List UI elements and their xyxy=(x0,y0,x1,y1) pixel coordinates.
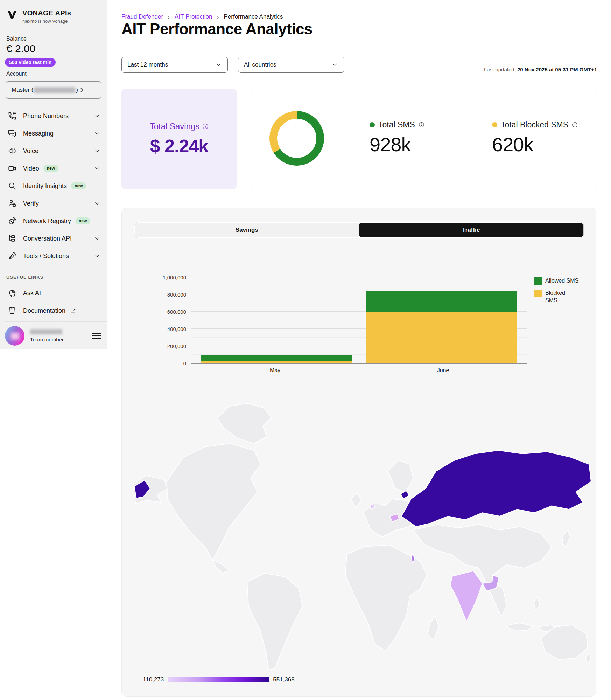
map-country-latvia[interactable] xyxy=(401,491,409,499)
world-map xyxy=(125,399,592,670)
traffic-chart-legend: Allowed SMSBlockedSMS xyxy=(527,277,587,309)
total-sms-label: Total SMS xyxy=(378,120,415,130)
user-profile-row[interactable]: Team member xyxy=(5,325,101,347)
info-icon[interactable] xyxy=(419,122,424,128)
sidebar-item-tools-solutions[interactable]: Tools / Solutions xyxy=(0,247,107,265)
sidebar: VONAGE APIs Nexmo is now Vonage Balance … xyxy=(0,0,107,349)
chevron-down-icon xyxy=(94,235,101,242)
sidebar-item-phone-numbers[interactable]: Phone Numbers xyxy=(0,107,107,125)
filters: Last 12 months All countries xyxy=(121,57,344,73)
identity-insights-icon xyxy=(8,181,17,190)
chevron-down-icon xyxy=(94,165,101,172)
bar-segment-blocked-sms[interactable] xyxy=(366,312,517,363)
y-axis-tick: 600,000 xyxy=(167,309,186,315)
bar-segment-blocked-sms[interactable] xyxy=(201,361,352,363)
tools-solutions-icon xyxy=(8,251,17,261)
date-range-value: Last 12 months xyxy=(127,61,168,68)
vonage-logo[interactable]: VONAGE APIs Nexmo is now Vonage xyxy=(6,9,71,24)
y-axis-tick: 400,000 xyxy=(167,326,186,332)
analytics-card: Savings Traffic 1,000,000800,000600,0004… xyxy=(121,208,596,697)
map-country-madagascar xyxy=(428,616,439,641)
tab-traffic[interactable]: Traffic xyxy=(359,223,583,237)
country-select[interactable]: All countries xyxy=(238,57,344,73)
account-id-redacted xyxy=(34,87,75,93)
legend-item: BlockedSMS xyxy=(534,290,587,304)
map-country-greenland xyxy=(217,403,271,444)
sidebar-nav: Phone Numbers Messaging Voice Video new xyxy=(0,107,107,265)
sidebar-item-voice[interactable]: Voice xyxy=(0,142,107,160)
chevron-down-icon xyxy=(331,61,338,68)
sidebar-item-label: Documentation xyxy=(23,307,65,314)
map-country-india[interactable] xyxy=(451,571,483,621)
country-value: All countries xyxy=(244,61,276,68)
sidebar-item-label: Identity Insights xyxy=(23,182,67,190)
account-selector[interactable]: Master () xyxy=(6,81,101,99)
verify-icon xyxy=(8,199,17,208)
sms-donut-chart xyxy=(269,111,324,166)
chevron-down-icon xyxy=(94,147,101,154)
bar-june[interactable] xyxy=(366,277,517,363)
breadcrumb-separator: › xyxy=(217,14,219,20)
last-updated: Last updated: 20 Nov 2025 at 05:31 PM GM… xyxy=(484,67,597,72)
menu-icon[interactable] xyxy=(92,331,101,341)
total-blocked-sms-label: Total Blocked SMS xyxy=(501,120,568,130)
sidebar-item-verify[interactable]: Verify xyxy=(0,195,107,212)
useful-links-heading: USEFUL LINKS xyxy=(6,275,43,280)
bar-may[interactable] xyxy=(201,277,352,363)
map-country-philippines xyxy=(534,597,540,611)
map-country-uk xyxy=(351,493,361,508)
breadcrumb-fraud-defender[interactable]: Fraud Defender xyxy=(121,13,163,20)
breadcrumb-ait-protection[interactable]: AIT Protection xyxy=(175,13,212,20)
bar-segment-allowed-sms[interactable] xyxy=(201,355,352,361)
sidebar-item-identity-insights[interactable]: Identity Insights new xyxy=(0,177,107,195)
user-role: Team member xyxy=(30,337,64,342)
phone-numbers-icon xyxy=(8,111,17,120)
avatar[interactable] xyxy=(5,326,24,346)
balance-value: € 2.00 xyxy=(6,43,35,55)
y-axis-tick: 200,000 xyxy=(167,343,186,349)
sidebar-item-video[interactable]: Video new xyxy=(0,160,107,177)
info-icon[interactable] xyxy=(572,122,578,128)
sidebar-item-label: Verify xyxy=(23,200,39,207)
info-icon[interactable] xyxy=(202,123,209,130)
logo-subtitle: Nexmo is now Vonage xyxy=(22,19,71,24)
breadcrumb-separator: › xyxy=(168,14,170,20)
logo-title: VONAGE APIs xyxy=(22,9,71,17)
tab-savings[interactable]: Savings xyxy=(135,223,359,237)
map-legend-max: 551,368 xyxy=(273,676,294,683)
total-sms-value: 928k xyxy=(370,133,424,156)
ask-ai-icon xyxy=(8,289,17,298)
sidebar-item-label: Ask AI xyxy=(23,290,41,297)
bar-segment-allowed-sms[interactable] xyxy=(366,291,517,312)
new-badge: new xyxy=(43,165,58,172)
vonage-v-icon xyxy=(6,9,18,21)
x-axis-label: May xyxy=(270,367,280,374)
divider xyxy=(5,105,107,105)
chart-tabs: Savings Traffic xyxy=(134,222,584,238)
useful-links: Ask AI Documentation xyxy=(0,284,107,319)
date-range-select[interactable]: Last 12 months xyxy=(121,57,228,73)
chevron-down-icon xyxy=(94,200,101,207)
map-country-russia[interactable] xyxy=(401,450,591,527)
sidebar-item-documentation[interactable]: Documentation xyxy=(0,302,107,319)
sidebar-item-label: Network Registry xyxy=(23,217,71,225)
map-country-north-america xyxy=(167,443,261,574)
balance-label: Balance xyxy=(6,36,27,42)
chevron-down-icon xyxy=(215,61,222,68)
sidebar-item-messaging[interactable]: Messaging xyxy=(0,125,107,142)
map-country-africa xyxy=(345,545,427,651)
total-blocked-sms-value: 620k xyxy=(492,133,578,156)
sidebar-item-conversation-api[interactable]: Conversation API xyxy=(0,230,107,247)
user-name-redacted xyxy=(30,329,62,334)
network-registry-icon xyxy=(8,216,17,226)
y-axis-tick: 1,000,000 xyxy=(163,275,186,280)
total-savings-label: Total Savings xyxy=(150,122,200,131)
traffic-chart-y-axis: 1,000,000800,000600,000400,000200,0000 xyxy=(143,277,191,363)
sidebar-item-ask-ai[interactable]: Ask AI xyxy=(0,284,107,302)
sidebar-item-network-registry[interactable]: Network Registry new xyxy=(0,212,107,230)
account-name-prefix: Master ( xyxy=(12,86,33,93)
page: VONAGE APIs Nexmo is now Vonage Balance … xyxy=(0,0,611,700)
map-country-scandinavia xyxy=(388,460,413,492)
sidebar-item-label: Voice xyxy=(23,147,38,155)
map-legend-min: 110,273 xyxy=(143,676,164,683)
